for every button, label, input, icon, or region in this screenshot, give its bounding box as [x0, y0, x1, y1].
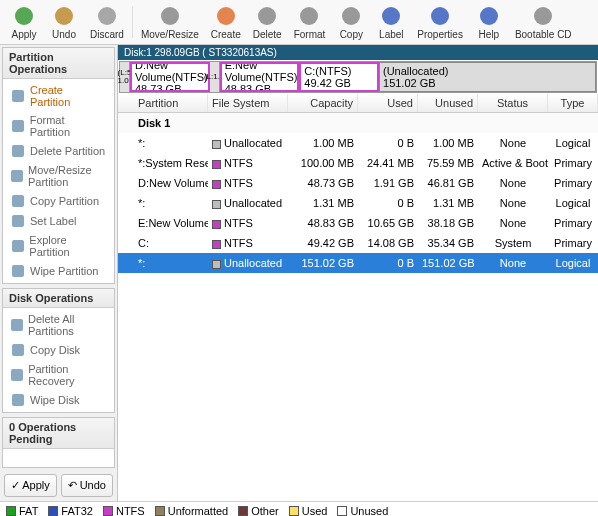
- sidebar-item-explore-partition[interactable]: Explore Partition: [3, 231, 114, 261]
- disk-operations-panel: Disk Operations Delete All PartitionsCop…: [2, 288, 115, 413]
- cell-partition: *:: [118, 195, 208, 211]
- sidebar-item-move-resize-partition[interactable]: Move/Resize Partition: [3, 161, 114, 191]
- undo-button[interactable]: ↶ Undo: [61, 474, 114, 497]
- apply-button[interactable]: Apply: [4, 2, 44, 42]
- legend-item: FAT: [6, 505, 38, 516]
- column-header[interactable]: Capacity: [288, 94, 358, 112]
- cell-status: None: [478, 135, 548, 151]
- sidebar-item-wipe-disk[interactable]: Wipe Disk: [3, 390, 114, 410]
- sidebar-item-copy-disk[interactable]: Copy Disk: [3, 340, 114, 360]
- sidebar-item-copy-partition[interactable]: Copy Partition: [3, 191, 114, 211]
- cell-status: None: [478, 175, 548, 191]
- svg-rect-22: [11, 369, 23, 381]
- cell-status: None: [478, 255, 548, 271]
- svg-point-5: [258, 7, 276, 25]
- apply-icon: [12, 4, 36, 28]
- create-button[interactable]: Create: [205, 2, 247, 42]
- sidebar-item-partition-recovery[interactable]: Partition Recovery: [3, 360, 114, 390]
- cell-partition: *:: [118, 135, 208, 151]
- table-row[interactable]: *:System Rese..NTFS100.00 MB24.41 MB75.5…: [118, 153, 598, 173]
- svg-rect-21: [12, 344, 24, 356]
- svg-rect-23: [12, 394, 24, 406]
- copy-partition-icon: [11, 194, 25, 208]
- disk-map[interactable]: (L:5 1.0D:New Volume(NTFS)48.73 GB(L:1.3…: [119, 61, 597, 93]
- cell-type: Primary: [548, 215, 598, 231]
- move-resize-partition-icon: [11, 169, 23, 183]
- svg-rect-14: [12, 145, 24, 157]
- toolbar-label: Help: [479, 29, 500, 40]
- table-row[interactable]: E:New VolumeNTFS48.83 GB10.65 GB38.18 GB…: [118, 213, 598, 233]
- properties-button[interactable]: Properties: [411, 2, 469, 42]
- svg-rect-18: [12, 240, 24, 252]
- svg-point-4: [217, 7, 235, 25]
- sidebar-item-format-partition[interactable]: Format Partition: [3, 111, 114, 141]
- map-handle[interactable]: (L:5 1.0: [120, 62, 130, 92]
- disk-map-segment[interactable]: C:(NTFS)49.42 GB: [299, 62, 379, 92]
- cell-filesystem: NTFS: [208, 155, 288, 171]
- partition-grid[interactable]: Disk 1*:Unallocated1.00 MB0 B1.00 MBNone…: [118, 113, 598, 501]
- toolbar-label: Label: [379, 29, 403, 40]
- sidebar-item-set-label[interactable]: Set Label: [3, 211, 114, 231]
- move-resize-button[interactable]: Move/Resize: [135, 2, 205, 42]
- column-header[interactable]: Type: [548, 94, 598, 112]
- help-button[interactable]: Help: [469, 2, 509, 42]
- segment-title: E:New Volume(NTFS): [225, 62, 295, 83]
- format-button[interactable]: Format: [288, 2, 332, 42]
- column-header[interactable]: Partition: [118, 94, 208, 112]
- sidebar-item-create-partition[interactable]: Create Partition: [3, 81, 114, 111]
- main-toolbar: ApplyUndoDiscardMove/ResizeCreateDeleteF…: [0, 0, 598, 45]
- table-row[interactable]: *:Unallocated1.00 MB0 B1.00 MBNoneLogica…: [118, 133, 598, 153]
- sidebar-item-label: Create Partition: [30, 84, 106, 108]
- format-partition-icon: [11, 119, 25, 133]
- copy-button[interactable]: Copy: [331, 2, 371, 42]
- sidebar-item-label: Wipe Partition: [30, 265, 98, 277]
- column-header[interactable]: Unused: [418, 94, 478, 112]
- toolbar-label: Bootable CD: [515, 29, 572, 40]
- label-button[interactable]: Label: [371, 2, 411, 42]
- map-handle[interactable]: (L:1.3: [210, 62, 220, 92]
- legend-label: FAT: [19, 505, 38, 516]
- undo-button[interactable]: Undo: [44, 2, 84, 42]
- cell-type: Primary: [548, 235, 598, 251]
- panel-header: 0 Operations Pending: [3, 418, 114, 449]
- cell-used: 0 B: [358, 195, 418, 211]
- disk-map-segment[interactable]: D:New Volume(NTFS)48.73 GB: [130, 62, 210, 92]
- column-header[interactable]: Status: [478, 94, 548, 112]
- disk-group-header[interactable]: Disk 1: [118, 113, 598, 133]
- disk-map-segment[interactable]: (Unallocated)151.02 GB: [379, 62, 596, 92]
- copy-disk-icon: [11, 343, 25, 357]
- column-header[interactable]: File System: [208, 94, 288, 112]
- properties-icon: [428, 4, 452, 28]
- segment-title: D:New Volume(NTFS): [135, 62, 205, 83]
- table-row[interactable]: *:Unallocated151.02 GB0 B151.02 GBNoneLo…: [118, 253, 598, 273]
- disk-map-segment[interactable]: E:New Volume(NTFS)48.83 GB: [220, 62, 300, 92]
- delete-button[interactable]: Delete: [247, 2, 288, 42]
- table-row[interactable]: D:New VolumeNTFS48.73 GB1.91 GB46.81 GBN…: [118, 173, 598, 193]
- partition-recovery-icon: [11, 368, 23, 382]
- apply-button[interactable]: ✓ Apply: [4, 474, 57, 497]
- svg-rect-12: [12, 90, 24, 102]
- panel-header: Disk Operations: [3, 289, 114, 308]
- label-icon: [379, 4, 403, 28]
- table-row[interactable]: *:Unallocated1.31 MB0 B1.31 MBNoneLogica…: [118, 193, 598, 213]
- bootable-cd-button[interactable]: Bootable CD: [509, 2, 578, 42]
- svg-rect-20: [11, 319, 23, 331]
- delete-all-partitions-icon: [11, 318, 23, 332]
- table-row[interactable]: C:NTFS49.42 GB14.08 GB35.34 GBSystemPrim…: [118, 233, 598, 253]
- toolbar-label: Properties: [417, 29, 463, 40]
- cell-status: System: [478, 235, 548, 251]
- sidebar-item-label: Move/Resize Partition: [28, 164, 106, 188]
- column-header[interactable]: Used: [358, 94, 418, 112]
- legend-swatch: [48, 506, 58, 516]
- cell-type: Logical: [548, 135, 598, 151]
- svg-point-3: [161, 7, 179, 25]
- sidebar-item-delete-all-partitions[interactable]: Delete All Partitions: [3, 310, 114, 340]
- svg-point-1: [55, 7, 73, 25]
- delete-icon: [255, 4, 279, 28]
- toolbar-label: Undo: [52, 29, 76, 40]
- sidebar-item-delete-partition[interactable]: Delete Partition: [3, 141, 114, 161]
- sidebar-item-wipe-partition[interactable]: Wipe Partition: [3, 261, 114, 281]
- cell-filesystem: Unallocated: [208, 255, 288, 271]
- discard-button[interactable]: Discard: [84, 2, 130, 42]
- sidebar-item-label: Wipe Disk: [30, 394, 80, 406]
